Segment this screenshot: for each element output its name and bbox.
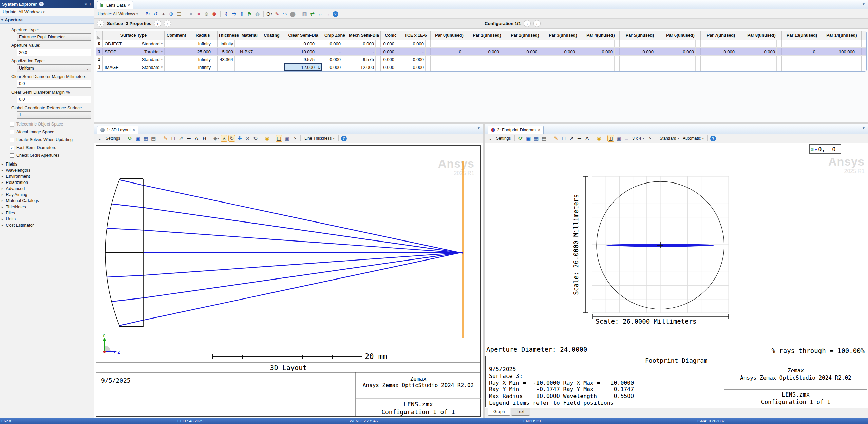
pan-icon[interactable]: ✚ [236, 135, 243, 142]
cell-p7[interactable] [701, 56, 741, 63]
pencil-icon[interactable]: ✎ [162, 135, 169, 142]
solve-cell[interactable] [342, 56, 347, 63]
cell-p13[interactable]: 0 [782, 48, 822, 55]
cascade-icon[interactable]: ▣ [283, 135, 290, 142]
cell-p6[interactable] [660, 56, 701, 63]
cell-p4[interactable] [582, 56, 620, 63]
cell-num[interactable]: 0 [96, 40, 103, 47]
solve-cell[interactable] [856, 48, 861, 55]
cell-mech[interactable]: 0.000 [347, 40, 381, 47]
standard-dropdown[interactable]: Standard▾ [658, 136, 680, 141]
go-icon[interactable]: → [325, 11, 332, 17]
solve-cell[interactable] [234, 40, 240, 47]
solve-cell[interactable] [425, 40, 430, 47]
surface-type-dropdown[interactable]: Standard▾ [142, 41, 163, 46]
solve-cell[interactable] [342, 63, 347, 71]
compare-icon[interactable]: ↔ [317, 11, 324, 17]
insert-after-icon[interactable]: ⇉ [231, 11, 238, 17]
clock-icon[interactable]: ◔ [291, 135, 298, 142]
solve-cell[interactable] [501, 48, 506, 55]
dimension-icon[interactable]: H [201, 135, 208, 142]
cell-p5[interactable] [620, 56, 660, 63]
delete-surface-icon[interactable]: × [195, 11, 202, 17]
cell-p7[interactable] [701, 63, 741, 71]
solve-cell[interactable] [736, 56, 741, 63]
solve-cell[interactable] [279, 56, 284, 63]
cell-p6[interactable] [660, 63, 701, 71]
solve-cell[interactable] [396, 56, 401, 63]
cell-p2[interactable]: 0.000 [506, 48, 544, 55]
window-menu-icon[interactable]: ▼ [862, 2, 865, 6]
solve-cell[interactable] [776, 48, 781, 55]
clock-icon[interactable]: ◔ [646, 135, 653, 142]
cell-p8[interactable] [741, 56, 782, 63]
cell-comment[interactable] [165, 40, 188, 47]
update-config-icon[interactable]: ↻ [145, 11, 151, 17]
cell-p8[interactable]: 0.000 [741, 48, 782, 55]
cell-p4[interactable] [582, 40, 620, 47]
cell-p3[interactable] [544, 63, 582, 71]
cell-mech[interactable]: 9.575 [347, 56, 381, 63]
cell-p6[interactable] [660, 40, 701, 47]
solve-cell[interactable] [501, 40, 506, 47]
solve-cell[interactable] [736, 63, 741, 71]
print-icon[interactable]: ▤ [541, 135, 547, 142]
solve-cell[interactable] [695, 56, 700, 63]
solve-cell[interactable] [577, 56, 582, 63]
cell-p14[interactable] [822, 56, 862, 63]
flag-icon[interactable]: ⚑ [246, 11, 253, 17]
select-all-corner[interactable] [97, 36, 100, 39]
bottom-tab-graph[interactable]: Graph [488, 408, 510, 416]
sidebar-item-advanced[interactable]: ▸Advanced [0, 186, 94, 192]
cell-thickness[interactable]: - [218, 63, 240, 71]
prev-config-button[interactable]: ‹ [524, 20, 531, 27]
surface-type-dropdown[interactable]: Standard▾ [142, 57, 163, 62]
sidebar-item-environment[interactable]: ▸Environment [0, 173, 94, 179]
cell-mech[interactable]: 12.000 [347, 63, 381, 71]
solve-cell[interactable] [234, 48, 240, 55]
solve-cell[interactable] [577, 63, 582, 71]
cell-material[interactable] [240, 56, 259, 63]
cell-radius[interactable]: Infinity [188, 40, 218, 47]
cell-material[interactable] [240, 63, 259, 71]
sidebar-item-wavelengths[interactable]: ▸Wavelengths [0, 167, 94, 173]
window-menu-icon[interactable]: ▼ [477, 126, 480, 130]
settings-chevron-icon[interactable]: ⌄ [487, 135, 494, 142]
swoosh-icon[interactable]: ↪ [282, 11, 288, 17]
copy-icon[interactable]: ▣ [525, 135, 532, 142]
solve-cell[interactable] [817, 63, 822, 71]
collapse-panel-icon[interactable]: ▾ [85, 2, 87, 6]
automatic-dropdown[interactable]: Automatic▾ [681, 136, 705, 141]
solve-cell[interactable] [856, 40, 861, 47]
line-thickness-dropdown[interactable]: Line Thickness▾ [303, 136, 336, 141]
rectangle-icon[interactable]: □ [560, 135, 567, 142]
solve-cell[interactable] [577, 48, 582, 55]
solve-cell[interactable] [234, 56, 240, 63]
solve-cell[interactable] [614, 48, 619, 55]
cell-p14[interactable] [822, 40, 862, 47]
cell-p6[interactable]: 0.000 [660, 48, 701, 55]
cell-coating[interactable] [259, 48, 284, 55]
cell-clear[interactable]: 12.000U [284, 63, 322, 71]
sidebar-item-units[interactable]: ▸Units [0, 216, 94, 222]
cell-num[interactable]: 2 [96, 56, 103, 63]
checkbox-afocal-image-space[interactable]: Afocal Image Space [10, 130, 94, 134]
next-config-button[interactable]: › [533, 20, 541, 27]
cell-conic[interactable]: 0.000 [381, 63, 401, 71]
cell-tce[interactable]: 0.000 [401, 63, 431, 71]
cell-p8[interactable] [741, 40, 782, 47]
cell-p5[interactable] [620, 63, 660, 71]
input-4[interactable]: 0.0 [17, 96, 91, 103]
expand-properties-button[interactable]: ⌄ [97, 20, 104, 27]
solve-cell[interactable] [856, 63, 861, 71]
solve-cell[interactable] [577, 40, 582, 47]
layers-icon[interactable]: ≣ [623, 135, 630, 142]
cell-p3[interactable]: 0.000 [544, 48, 582, 55]
cell-chip[interactable]: - [322, 48, 347, 55]
cell-p0[interactable] [431, 56, 468, 63]
cell-p4[interactable] [582, 63, 620, 71]
solve-cell[interactable] [234, 63, 240, 71]
solve-cell[interactable]: U [316, 63, 322, 71]
cell-p13[interactable] [782, 63, 822, 71]
cell-radius[interactable]: Infinity [188, 56, 218, 63]
